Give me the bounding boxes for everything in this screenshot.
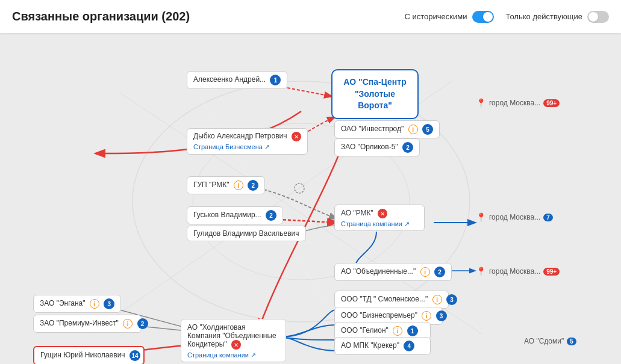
location-4-label: АО "Сдоми" [524, 337, 564, 345]
krecer-node[interactable]: АО МПК "Крекер" 4 [334, 337, 431, 355]
location-4: АО "Сдоми" 5 [524, 337, 576, 345]
location-3-label: город Москва... [489, 267, 540, 276]
engana-label: ЗАО "Энгана" [40, 299, 86, 307]
gelion-info-icon: i [393, 326, 402, 336]
location-1: 📍 город Москва... 99+ [476, 98, 560, 108]
obedinennye-info-icon: i [420, 267, 430, 277]
location-2-icon: 📍 [476, 212, 486, 222]
td-smolenskoe-badge: 3 [446, 294, 457, 305]
krecer-label: АО МПК "Крекер" [341, 341, 399, 350]
main-company-label: АО "Спа-Центр "Золотые Ворота" [343, 77, 406, 110]
toggle-active-group: Только действующие [506, 11, 610, 23]
engana-node[interactable]: ЗАО "Энгана" i 3 [33, 295, 121, 313]
guscin-node[interactable]: Гущин Юрий Николаевич 14 [33, 346, 145, 364]
td-smolenskoe-label: ООО "ТД " Смоленское..." [341, 295, 428, 303]
dybko-delete-icon: ✕ [292, 132, 301, 141]
location-3: 📍 город Москва... 99+ [476, 267, 560, 276]
rmk-node[interactable]: АО "РМК" ✕ Страница компании [334, 205, 425, 231]
location-2-label: город Москва... [489, 213, 540, 221]
gulidov-node[interactable]: Гулидов Владимир Васильевич [187, 226, 306, 241]
orlikov-node[interactable]: ЗАО "Орликов-5" 2 [334, 138, 420, 156]
alekseenko-label: Алексеенко Андрей... [193, 75, 266, 84]
dybko-label: Дыбко Александр Петрович [193, 132, 287, 140]
holding-delete-icon: ✕ [231, 340, 241, 350]
location-1-badge: 99+ [543, 99, 560, 107]
gulidov-label: Гулидов Владимир Васильевич [193, 229, 299, 238]
premium-invest-info-icon: i [123, 319, 133, 329]
investprod-label: ОАО "Инвестпрод" [341, 125, 404, 133]
toggle-historical-label: С историческими [405, 12, 467, 21]
biznespremer-badge: 3 [436, 310, 447, 321]
obedinennye-node[interactable]: АО "Объединенные..." i 2 [334, 263, 452, 281]
td-smolenskoe-node[interactable]: ООО "ТД " Смоленское..." i 3 [334, 291, 449, 309]
investprod-info-icon: i [408, 125, 418, 134]
location-4-badge: 5 [567, 338, 576, 345]
header-controls: С историческими Только действующие [405, 11, 609, 23]
biznespremer-info-icon: i [422, 311, 431, 321]
person-dybko[interactable]: Дыбко Александр Петрович ✕ Страница Бизн… [187, 128, 308, 155]
location-3-badge: 99+ [543, 268, 560, 276]
premium-invest-node[interactable]: ЗАО "Премиум-Инвест" i 2 [33, 315, 142, 333]
obedinennye-label: АО "Объединенные..." [341, 267, 416, 276]
engana-badge: 3 [104, 298, 114, 309]
toggle-historical[interactable] [472, 11, 494, 23]
gelion-badge: 1 [407, 325, 418, 336]
guskov-badge: 2 [266, 210, 276, 221]
location-1-icon: 📍 [476, 98, 486, 108]
gup-rmk-badge: 2 [248, 180, 258, 191]
toggle-historical-group: С историческими [405, 11, 494, 23]
header: Связанные организации (202) С историческ… [0, 0, 621, 33]
investprod-node[interactable]: ОАО "Инвестпрод" i 5 [334, 120, 440, 138]
investprod-badge: 5 [422, 124, 433, 135]
td-smolenskoe-info-icon: i [432, 295, 442, 304]
location-1-label: город Москва... [489, 99, 540, 107]
premium-invest-label: ЗАО "Премиум-Инвест" [40, 319, 119, 327]
gelion-label: ООО "Гелион" [341, 326, 389, 335]
guskov-label: Гуськов Владимир... [193, 211, 261, 219]
page-title: Связанные организации (202) [12, 10, 405, 23]
holding-link[interactable]: Страница компании [187, 351, 279, 359]
holding-node[interactable]: АО "Холдинговая Компания "Объединенные К… [181, 319, 286, 362]
location-2-badge: 7 [543, 214, 553, 221]
person-alekseenko[interactable]: Алексеенко Андрей... 1 [187, 71, 287, 89]
guscin-badge: 14 [130, 350, 140, 361]
biznespremer-label: ООО "Бизнеспремьер" [341, 311, 417, 319]
rmk-link[interactable]: Страница компании [341, 220, 418, 228]
premium-invest-badge: 2 [137, 318, 148, 329]
guskov-node[interactable]: Гуськов Владимир... 2 [187, 206, 283, 224]
svg-point-0 [133, 81, 470, 322]
rmk-label: АО "РМК" [341, 209, 373, 217]
orlikov-badge: 2 [402, 142, 413, 153]
obedinennye-badge: 2 [434, 267, 445, 277]
location-2: 📍 город Москва... 7 [476, 212, 553, 222]
location-3-icon: 📍 [476, 267, 486, 276]
dybko-link[interactable]: Страница Бизнесмена [193, 143, 301, 151]
gup-rmk-label: ГУП "РМК" [193, 180, 229, 189]
gup-rmk-info-icon: i [234, 180, 243, 190]
page-container: Связанные организации (202) С историческ… [0, 0, 621, 364]
toggle-active[interactable] [587, 11, 609, 23]
graph-area: АО "Спа-Центр "Золотые Ворота" Алексеенк… [0, 33, 621, 364]
main-company-node[interactable]: АО "Спа-Центр "Золотые Ворота" [331, 69, 419, 119]
toggle-active-label: Только действующие [506, 12, 583, 21]
guscin-label: Гущин Юрий Николаевич [40, 351, 125, 359]
svg-point-11 [295, 184, 304, 193]
krecer-badge: 4 [404, 341, 414, 351]
rmk-delete-icon: ✕ [378, 209, 387, 218]
orlikov-label: ЗАО "Орликов-5" [341, 143, 398, 151]
engana-info-icon: i [90, 299, 99, 309]
alekseenko-badge: 1 [270, 75, 281, 85]
gup-rmk-node[interactable]: ГУП "РМК" i 2 [187, 176, 265, 194]
